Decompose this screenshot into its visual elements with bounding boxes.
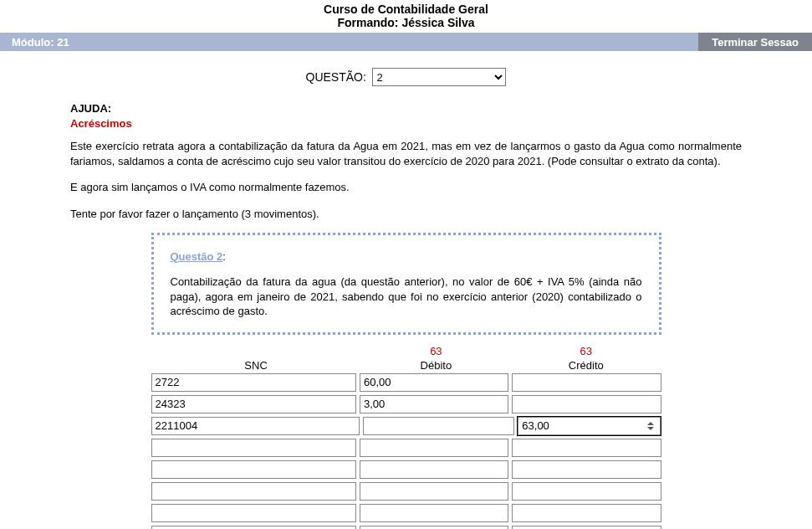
snc-input[interactable] xyxy=(151,482,357,501)
question-colon: : xyxy=(222,250,226,263)
credit-input[interactable] xyxy=(512,460,661,479)
debit-input[interactable] xyxy=(360,395,508,413)
table-row xyxy=(151,504,661,522)
content-area: QUESTÃO: 2 AJUDA: Acréscimos Este exercí… xyxy=(0,51,812,529)
credit-input[interactable] xyxy=(518,417,661,435)
sum-credit: 63 xyxy=(511,345,661,357)
debit-input[interactable] xyxy=(363,417,514,435)
entries-table: SNC Débito Crédito xyxy=(151,359,661,529)
module-label: Módulo: 21 xyxy=(0,36,69,49)
table-row xyxy=(151,526,661,529)
credit-input[interactable] xyxy=(512,373,661,392)
question-text: Contabilização da fatura da agua (da que… xyxy=(171,275,642,319)
question-selector-row: QUESTÃO: 2 xyxy=(0,68,812,86)
snc-input[interactable] xyxy=(151,439,357,457)
question-box: Questão 2: Contabilização da fatura da a… xyxy=(151,233,661,335)
debit-input[interactable] xyxy=(360,504,508,522)
snc-input[interactable] xyxy=(151,504,357,522)
student-name: Formando: Jéssica Silva xyxy=(0,16,812,33)
debit-input[interactable] xyxy=(360,460,508,479)
table-row xyxy=(151,395,661,413)
snc-input[interactable] xyxy=(151,526,357,529)
help-paragraph-2: E agora sim lançamos o IVA como normalme… xyxy=(70,180,742,195)
help-block: AJUDA: Acréscimos Este exercício retrata… xyxy=(70,101,742,221)
question-number-label: Questão 2 xyxy=(171,250,223,263)
snc-input[interactable] xyxy=(151,395,357,413)
snc-input[interactable] xyxy=(151,417,360,435)
nav-bar: Módulo: 21 Terminar Sessao xyxy=(0,33,812,51)
debit-input[interactable] xyxy=(360,482,508,501)
debit-input[interactable] xyxy=(360,439,508,457)
table-row xyxy=(151,460,661,479)
question-selector-label: QUESTÃO: xyxy=(306,70,366,84)
sum-debit: 63 xyxy=(361,345,511,357)
credit-input[interactable] xyxy=(512,526,661,529)
credit-input[interactable] xyxy=(512,504,661,522)
credit-input[interactable] xyxy=(512,482,661,501)
snc-input[interactable] xyxy=(151,373,357,392)
credit-input[interactable] xyxy=(512,395,661,413)
debit-input[interactable] xyxy=(360,373,508,392)
table-row xyxy=(151,482,661,501)
help-topic: Acréscimos xyxy=(70,117,132,130)
help-paragraph-1: Este exercício retrata agora a contabili… xyxy=(70,139,742,168)
course-title: Curso de Contabilidade Geral xyxy=(0,0,812,16)
question-select[interactable]: 2 xyxy=(372,68,506,86)
col-header-snc: SNC xyxy=(151,359,361,372)
col-header-debit: Débito xyxy=(361,359,511,372)
help-label: AJUDA: xyxy=(70,102,111,115)
credit-input[interactable] xyxy=(512,439,661,457)
table-row xyxy=(151,373,661,392)
help-paragraph-3: Tente por favor fazer o lançamento (3 mo… xyxy=(70,207,742,222)
table-row xyxy=(151,439,661,457)
debit-input[interactable] xyxy=(360,526,508,529)
snc-input[interactable] xyxy=(151,460,357,479)
logout-button[interactable]: Terminar Sessao xyxy=(698,33,812,51)
col-header-credit: Crédito xyxy=(511,359,661,372)
table-row xyxy=(151,417,661,435)
sums-row: 63 63 xyxy=(151,345,661,357)
column-headers: SNC Débito Crédito xyxy=(151,359,661,372)
